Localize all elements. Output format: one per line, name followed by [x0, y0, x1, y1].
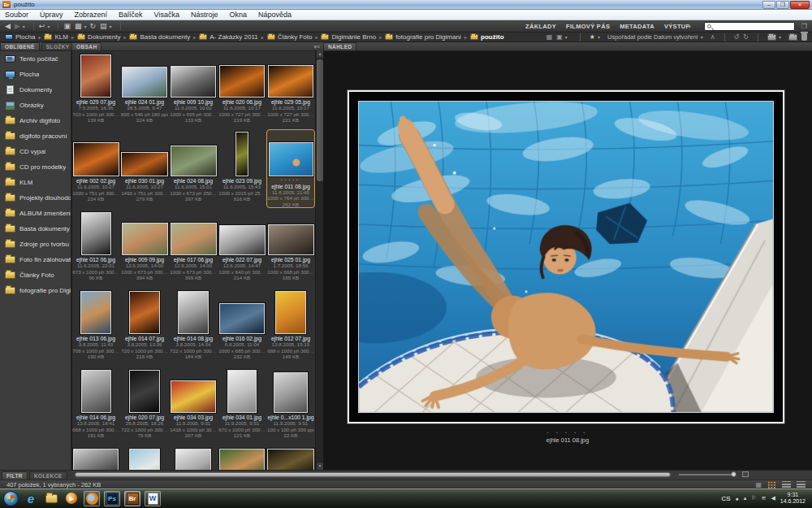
- sidebar-item-plocha[interactable]: Plocha: [0, 67, 71, 82]
- sidebar-item--l-nky-foto[interactable]: Články Foto: [0, 267, 71, 283]
- thumbnail-image[interactable]: [219, 225, 266, 255]
- filter-dropdown-icon[interactable]: ▾: [565, 34, 568, 40]
- tray-volume-icon[interactable]: ◀: [771, 495, 775, 501]
- thumbnail-image[interactable]: [171, 145, 217, 176]
- start-button[interactable]: [3, 491, 19, 506]
- thumbnail-item[interactable]: •••••ejhle 024 08.jpg11.6.2005, 15:01100…: [169, 129, 218, 208]
- tray-expand-icon[interactable]: ▴: [744, 495, 747, 501]
- thumbnail-image[interactable]: [175, 449, 211, 470]
- thumbnail-image[interactable]: [275, 291, 306, 334]
- open-dropdown-icon[interactable]: ▾: [779, 34, 781, 40]
- thumbnail-item[interactable]: •••••ejhle 002 02.jpg11.6.2005, 10:27100…: [71, 129, 120, 208]
- thumbnail-image[interactable]: [219, 449, 265, 470]
- thumbnail-image[interactable]: [81, 212, 111, 255]
- grid-view-icon[interactable]: ▦: [755, 481, 762, 488]
- thumbnail-item[interactable]: •••••ejhle 022 07.jpg12.6.2005, 14:47100…: [218, 208, 266, 287]
- scrollbar-thumb[interactable]: [317, 59, 323, 181]
- sort-ascending-icon[interactable]: ∧: [710, 33, 715, 41]
- search-box[interactable]: [704, 22, 795, 31]
- preview-rating-dots[interactable]: • • • • •: [323, 430, 812, 435]
- content-vertical-scrollbar[interactable]: ▲ ▼: [315, 50, 323, 470]
- rotate-left-icon[interactable]: ↺: [734, 33, 740, 41]
- menu-item-okna[interactable]: Okna: [229, 11, 247, 19]
- thumbnail-image[interactable]: [73, 449, 119, 470]
- breadcrumb-current[interactable]: použito: [470, 33, 503, 41]
- details-view-icon[interactable]: [782, 481, 791, 488]
- nav-dropdown-icon[interactable]: ▾: [23, 24, 25, 29]
- trash-icon[interactable]: [801, 33, 807, 41]
- thumbnail-item[interactable]: •••••ejhle 025 01.jpg1.7.2005, 18:561000…: [266, 208, 315, 287]
- sidebar-item-digifoto-pracovn-[interactable]: digifoto pracovní: [0, 128, 71, 144]
- workspace-tab-metadata[interactable]: METADATA: [620, 23, 654, 30]
- taskbar-internet-explorer[interactable]: e: [23, 491, 39, 506]
- taskbar-photoshop[interactable]: Ps: [104, 491, 120, 506]
- rating-dropdown-icon[interactable]: ▾: [598, 34, 600, 40]
- thumbnail-image[interactable]: [122, 223, 168, 255]
- thumbnail-item[interactable]: •••••ejhle 014 08.jpg3.8.2005, 14:34722 …: [169, 287, 218, 366]
- menu-item-visačka[interactable]: Visačka: [154, 11, 179, 19]
- breadcrumb-item[interactable]: A- Zakázky 2011: [199, 33, 257, 41]
- thumbnail-item-partial[interactable]: [71, 445, 120, 470]
- menu-item-nástroje[interactable]: Nástroje: [191, 11, 218, 19]
- thumbnail-size-slider[interactable]: [679, 474, 736, 475]
- workspace-tab-výstup[interactable]: VÝSTUP: [664, 23, 690, 30]
- minimize-button[interactable]: –: [762, 1, 775, 9]
- thumbnail-rating-dots[interactable]: •••••: [281, 177, 300, 182]
- thumbnail-item[interactable]: •••••ejhle 023 09.jpg11.6.2005, 15:43100…: [218, 129, 266, 208]
- breadcrumb-item[interactable]: KLM: [44, 33, 67, 41]
- tab-nahled[interactable]: NÁHLED: [323, 42, 356, 50]
- taskbar-bridge[interactable]: Br: [124, 491, 140, 506]
- sidebar-item-basta-dokumenty[interactable]: Basta dokumenty: [0, 221, 71, 237]
- thumbnail-view-icon[interactable]: [767, 481, 776, 488]
- thumbnail-item[interactable]: •••••ejhle 014 07.jpg3.8.2005, 13:36720 …: [120, 287, 169, 366]
- thumbnail-item-partial[interactable]: [266, 445, 315, 470]
- thumbnail-item[interactable]: •••••ejhle 0...x100 1.jpg11.9.2005, 9:51…: [266, 366, 315, 445]
- sidebar-item-archiv-digifoto[interactable]: Archiv digifoto: [0, 113, 71, 128]
- tray-network-icon[interactable]: ≋: [762, 495, 767, 501]
- back-icon[interactable]: ◀: [5, 21, 11, 32]
- boomerang-icon[interactable]: ↩: [39, 21, 45, 32]
- workspace-dropdown-icon[interactable]: ▾: [689, 24, 691, 29]
- thumbnail-image[interactable]: [171, 66, 216, 98]
- close-button[interactable]: ×: [790, 1, 810, 9]
- workspace-tab-základy[interactable]: ZÁKLADY: [525, 23, 556, 30]
- thumbnail-image[interactable]: [129, 291, 160, 334]
- list-view-icon[interactable]: [797, 481, 806, 488]
- open-folder-icon[interactable]: [767, 34, 776, 41]
- taskbar-media-player[interactable]: ▶: [63, 491, 80, 506]
- thumbnail-image[interactable]: [73, 142, 119, 176]
- thumbnail-image[interactable]: [269, 142, 313, 176]
- camera-raw-icon[interactable]: ↻: [89, 21, 96, 32]
- taskbar-word[interactable]: W: [145, 491, 161, 506]
- thumbnail-image[interactable]: [171, 223, 217, 255]
- filter-grid-icon[interactable]: ▦: [546, 33, 553, 41]
- thumbnail-item-selected[interactable]: •••••ejhle 011 08.jpg11.6.2005, 21:45100…: [266, 129, 315, 208]
- thumbnail-item[interactable]: •••••ejhle 009 10.jpg11.6.2005, 10:02100…: [169, 50, 218, 129]
- thumbnail-image[interactable]: [268, 224, 314, 255]
- menu-item-úpravy[interactable]: Úpravy: [40, 11, 63, 19]
- sidebar-item-dokumenty[interactable]: Dokumenty: [0, 82, 71, 98]
- thumbnail-item[interactable]: •••••ejhle 029 07.jpg7.5.2005, 16:36703 …: [71, 50, 120, 129]
- refine-icon[interactable]: ▩: [75, 21, 82, 32]
- menu-item-nápověda[interactable]: Nápověda: [258, 11, 292, 19]
- thumbnail-image[interactable]: [274, 372, 308, 413]
- breadcrumb-item[interactable]: Plocha: [5, 33, 35, 41]
- scroll-up-icon[interactable]: ▲: [317, 50, 323, 58]
- thumbnail-image[interactable]: [80, 54, 111, 98]
- breadcrumb-item[interactable]: Basta dokumenty: [129, 33, 190, 41]
- breadcrumb-item[interactable]: fotografie pro Digimaní: [385, 33, 461, 41]
- taskbar-firefox[interactable]: [84, 491, 100, 506]
- thumbnail-item[interactable]: •••••ejhle 013 06.jpg3.8.2005, 11:43708 …: [71, 287, 120, 366]
- thumbnail-item[interactable]: •••••ejhle 012 07.jpg13.8.2005, 15:19688…: [266, 287, 315, 366]
- thumbnail-item[interactable]: •••••ejhle 024 01.jpg28.5.2005, 8:47800 …: [120, 50, 169, 129]
- forward-icon[interactable]: ▶: [15, 21, 20, 32]
- thumbnail-size-slider-knob[interactable]: [731, 471, 736, 477]
- sidebar-item-foto-fin-z-lohovat[interactable]: Foto fin zálohovat: [0, 252, 71, 267]
- thumbnail-item[interactable]: •••••ejhle 029 05.jpg11.6.2005, 10:17100…: [266, 50, 315, 129]
- thumbnail-item[interactable]: •••••ejhle 016 02.jpg6.8.2005, 11:041000…: [218, 287, 266, 366]
- thumbnail-image[interactable]: [122, 67, 167, 98]
- lock-thumbnail-grid-icon[interactable]: [742, 471, 749, 477]
- thumbnail-image[interactable]: [171, 380, 216, 413]
- sidebar-item-projekty-dlouhodob-[interactable]: Projekty dlouhodobé: [0, 190, 71, 206]
- thumbnail-item[interactable]: •••••ejhle 020 07.jpg26.8.2005, 18:26722…: [120, 366, 169, 445]
